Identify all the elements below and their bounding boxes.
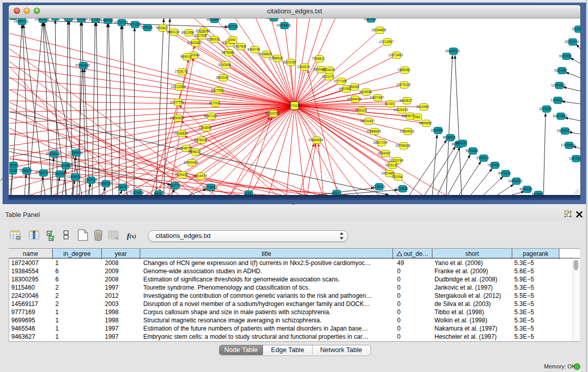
svg-text:15751074: 15751074 (564, 40, 579, 43)
svg-text:19384554: 19384554 (309, 138, 323, 142)
svg-text:8267130: 8267130 (204, 114, 217, 118)
svg-text:7485063: 7485063 (398, 68, 410, 72)
svg-text:12213359: 12213359 (171, 85, 186, 89)
svg-text:1640954: 1640954 (431, 128, 444, 132)
svg-text:2087682: 2087682 (364, 18, 377, 20)
svg-text:7357224: 7357224 (226, 25, 238, 28)
svg-text:(x): (x) (129, 233, 136, 239)
svg-text:10973493: 10973493 (388, 53, 403, 57)
svg-text:8322037: 8322037 (284, 60, 296, 64)
svg-text:19166825: 19166825 (173, 132, 188, 135)
svg-text:7625402: 7625402 (175, 173, 188, 177)
svg-text:9899695: 9899695 (419, 121, 432, 125)
svg-text:9245652: 9245652 (520, 187, 533, 191)
svg-text:1244413: 1244413 (551, 98, 563, 102)
svg-text:25300293: 25300293 (265, 112, 280, 115)
svg-text:14136141: 14136141 (371, 185, 386, 188)
svg-text:4312: 4312 (332, 191, 340, 195)
svg-text:20691406: 20691406 (35, 18, 50, 21)
svg-text:3875685: 3875685 (222, 51, 234, 54)
svg-text:10688609: 10688609 (366, 129, 381, 133)
svg-text:12213967: 12213967 (379, 40, 394, 43)
svg-text:12505135: 12505135 (67, 175, 82, 179)
svg-text:10719155: 10719155 (114, 20, 128, 24)
svg-text:10653526: 10653526 (73, 18, 88, 20)
svg-text:3624554: 3624554 (359, 90, 372, 94)
svg-text:1621072: 1621072 (322, 75, 335, 78)
svg-text:15720407: 15720407 (360, 119, 375, 123)
svg-text:18724007: 18724007 (287, 104, 302, 107)
svg-text:1167533: 1167533 (569, 157, 580, 160)
svg-text:17016504: 17016504 (561, 143, 576, 147)
svg-text:16914479: 16914479 (192, 174, 207, 178)
svg-text:12975115: 12975115 (396, 83, 410, 86)
svg-text:7964: 7964 (413, 115, 421, 119)
svg-text:6466160: 6466160 (101, 18, 114, 22)
svg-text:14099469: 14099469 (184, 161, 199, 164)
svg-text:2967608: 2967608 (234, 45, 247, 48)
svg-text:1362615: 1362615 (297, 65, 310, 69)
svg-text:10807487: 10807487 (369, 96, 384, 99)
svg-text:1615132: 1615132 (385, 163, 398, 167)
svg-text:15226053: 15226053 (195, 29, 210, 33)
svg-text:1353594: 1353594 (199, 126, 212, 129)
svg-text:9777169: 9777169 (334, 79, 347, 83)
svg-text:252254: 252254 (391, 175, 403, 179)
svg-text:9115460: 9115460 (417, 105, 429, 108)
svg-text:746266: 746266 (348, 85, 359, 89)
svg-text:20053346: 20053346 (75, 63, 90, 67)
svg-text:16210643: 16210643 (553, 114, 568, 118)
svg-text:11923468: 11923468 (129, 191, 144, 194)
svg-text:417006: 417006 (209, 101, 220, 105)
svg-text:7515526: 7515526 (140, 26, 153, 29)
svg-text:19654923: 19654923 (400, 129, 415, 133)
svg-text:9227342: 9227342 (555, 69, 568, 72)
svg-text:8813054: 8813054 (267, 18, 279, 19)
svg-text:2803144: 2803144 (216, 76, 229, 79)
svg-text:19524851: 19524851 (381, 171, 396, 175)
svg-text:9463627: 9463627 (400, 99, 412, 102)
svg-text:8471676: 8471676 (498, 171, 511, 175)
svg-text:7632621: 7632621 (488, 163, 500, 167)
svg-text:16648784: 16648784 (445, 49, 460, 53)
svg-text:1535061: 1535061 (9, 163, 19, 167)
svg-text:20364436: 20364436 (347, 97, 362, 101)
svg-text:8678332: 8678332 (194, 138, 207, 142)
svg-text:16120746: 16120746 (389, 159, 404, 162)
svg-text:15716485: 15716485 (203, 185, 217, 189)
svg-text:17957225: 17957225 (83, 178, 98, 182)
svg-text:16782759: 16782759 (115, 185, 129, 189)
svg-text:9327505: 9327505 (194, 34, 207, 37)
svg-text:3215953: 3215953 (539, 107, 552, 111)
svg-text:9129966: 9129966 (559, 54, 572, 58)
svg-text:989016: 989016 (180, 55, 191, 58)
svg-text:2718176: 2718176 (175, 70, 188, 73)
svg-text:10958107: 10958107 (98, 182, 113, 185)
svg-text:16154808: 16154808 (372, 28, 386, 32)
svg-text:10046795: 10046795 (178, 146, 193, 150)
svg-text:7986322: 7986322 (355, 108, 367, 112)
svg-text:12093822: 12093822 (551, 83, 566, 87)
svg-text:19756928: 19756928 (396, 144, 410, 147)
svg-text:7663822: 7663822 (156, 26, 168, 30)
svg-text:1588520: 1588520 (270, 56, 283, 60)
svg-text:1527602: 1527602 (89, 18, 101, 21)
svg-text:16671355: 16671355 (127, 23, 142, 26)
svg-text:10107552: 10107552 (170, 100, 185, 104)
svg-text:1733426: 1733426 (396, 187, 408, 190)
svg-text:14055713: 14055713 (14, 19, 29, 23)
svg-text:1112541: 1112541 (572, 27, 580, 31)
svg-text:62160: 62160 (385, 102, 394, 105)
svg-text:9474444: 9474444 (466, 149, 478, 152)
svg-text:10654112: 10654112 (508, 179, 522, 183)
svg-text:18807249: 18807249 (373, 141, 388, 144)
svg-text:391140: 391140 (9, 169, 17, 172)
svg-text:6794024: 6794024 (322, 68, 335, 72)
svg-text:8912954: 8912954 (182, 31, 194, 34)
svg-text:17942757: 17942757 (35, 171, 50, 174)
svg-text:3660124: 3660124 (167, 30, 180, 34)
svg-text:5498222: 5498222 (188, 150, 201, 154)
svg-text:19218506: 19218506 (276, 24, 291, 27)
svg-text:7955812: 7955812 (312, 57, 325, 60)
svg-text:16033809: 16033809 (206, 18, 221, 21)
